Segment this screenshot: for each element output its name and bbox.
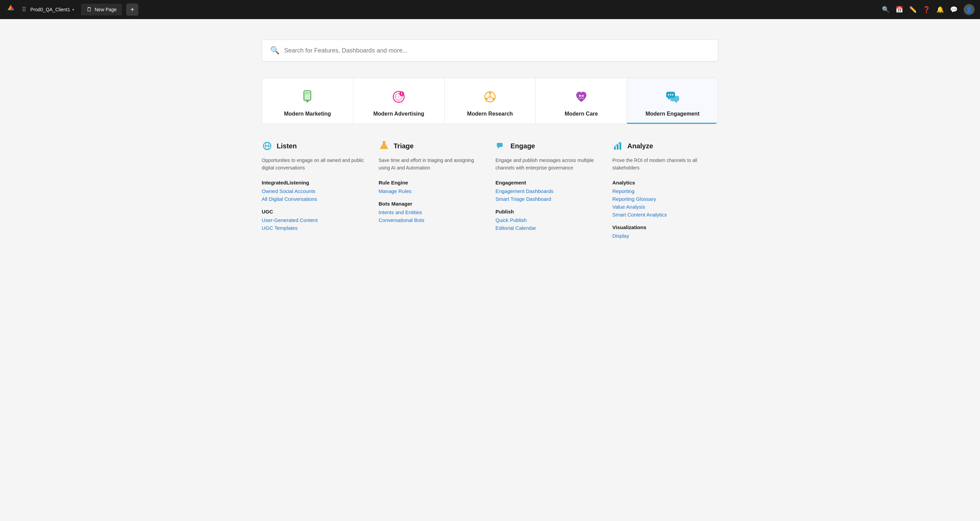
svg-point-18 — [489, 92, 491, 94]
grid-icon[interactable]: ⠿ — [22, 6, 26, 13]
active-tab[interactable]: 🗒 New Page — [81, 4, 123, 15]
svg-point-26 — [582, 95, 584, 97]
engage-sub0-label: Engagement — [495, 180, 601, 185]
tab-engagement-label: Modern Engagement — [645, 111, 699, 117]
engage-link-0[interactable]: Engagement Dashboards — [495, 188, 601, 194]
tab-modern-care[interactable]: Modern Care — [536, 78, 627, 124]
analyze-sub0-label: Analytics — [612, 180, 718, 185]
triage-icon — [379, 140, 390, 151]
listen-link-2[interactable]: User-Generated Content — [262, 217, 368, 223]
section-analyze: Analyze Prove the ROI of modern channels… — [612, 140, 718, 241]
section-listen-header: Listen — [262, 140, 368, 151]
analyze-icon — [612, 140, 623, 151]
svg-rect-40 — [497, 143, 503, 147]
triage-title: Triage — [394, 142, 414, 150]
add-tab-button[interactable]: + — [126, 3, 138, 16]
topnav-right-icons: 🔍 📅 ✏️ ❓ 🔔 💬 👤 — [882, 4, 975, 15]
calendar-icon[interactable]: 📅 — [896, 6, 903, 13]
listen-sub0-label: IntegratedListening — [262, 180, 368, 185]
svg-rect-9 — [305, 94, 309, 94]
engage-link-3[interactable]: Editorial Calendar — [495, 225, 601, 231]
svg-point-37 — [266, 145, 268, 147]
section-engage-header: Engage — [495, 140, 601, 151]
tab-modern-research[interactable]: Modern Research — [445, 78, 536, 124]
listen-link-0[interactable]: Owned Social Accounts — [262, 188, 368, 194]
analyze-subsection-1: Visualizations Display — [612, 225, 718, 239]
help-icon[interactable]: ❓ — [923, 6, 930, 13]
engage-link-2[interactable]: Quick Publish — [495, 217, 601, 223]
svg-point-25 — [579, 95, 581, 97]
svg-rect-44 — [619, 143, 621, 150]
tab-modern-marketing[interactable]: Modern Marketing — [262, 78, 353, 124]
triage-link-1[interactable]: Intents and Entities — [379, 209, 485, 215]
svg-point-20 — [485, 98, 488, 100]
svg-point-24 — [488, 96, 492, 98]
analyze-link-1[interactable]: Reporting Glossary — [612, 196, 718, 202]
triage-sub0-label: Rule Engine — [379, 180, 485, 185]
tab-modern-engagement[interactable]: Modern Engagement — [627, 78, 718, 124]
analyze-link-0[interactable]: Reporting — [612, 188, 718, 194]
analyze-link-3[interactable]: Smart Content Analytics — [612, 212, 718, 218]
listen-title: Listen — [277, 142, 297, 150]
section-engage: Engage Engage and publish messages acros… — [495, 140, 601, 241]
svg-rect-7 — [306, 100, 309, 100]
triage-subsection-1: Bots Manager Intents and Entities Conver… — [379, 201, 485, 223]
triage-link-2[interactable]: Conversational Bots — [379, 217, 485, 223]
bell-icon[interactable]: 🔔 — [936, 6, 944, 13]
svg-rect-43 — [617, 145, 619, 150]
svg-rect-42 — [614, 147, 616, 150]
triage-sub1-label: Bots Manager — [379, 201, 485, 207]
search-icon[interactable]: 🔍 — [882, 6, 889, 13]
analyze-sub1-label: Visualizations — [612, 225, 718, 230]
tab-marketing-label: Modern Marketing — [284, 111, 331, 117]
client-selector[interactable]: Prod0_QA_Client1 ▾ — [30, 7, 74, 12]
analyze-link-2[interactable]: Value Analysis — [612, 204, 718, 210]
user-avatar[interactable]: 👤 — [964, 4, 975, 15]
module-tabs: Modern Marketing Modern Advertising — [262, 78, 718, 124]
triage-subsection-0: Rule Engine Manage Rules — [379, 180, 485, 194]
listen-desc: Opportunities to engage on all owned and… — [262, 157, 368, 172]
engage-icon — [495, 140, 506, 151]
advertising-icon — [390, 88, 408, 106]
svg-rect-8 — [305, 92, 310, 93]
section-triage-header: Triage — [379, 140, 485, 151]
svg-point-31 — [668, 94, 669, 96]
chat-icon[interactable]: 💬 — [950, 6, 958, 13]
analyze-title: Analyze — [627, 142, 653, 150]
tab-research-label: Modern Research — [467, 111, 513, 117]
tab-advertising-label: Modern Advertising — [373, 111, 424, 117]
tab-label: New Page — [95, 7, 117, 12]
section-analyze-header: Analyze — [612, 140, 718, 151]
client-name: Prod0_QA_Client1 — [30, 7, 70, 12]
triage-desc: Save time and effort in triaging and ass… — [379, 157, 485, 172]
tab-modern-advertising[interactable]: Modern Advertising — [353, 78, 445, 124]
engage-link-1[interactable]: Smart Triage Dashboard — [495, 196, 601, 202]
search-input[interactable] — [284, 47, 710, 54]
main-content: 🔍 Modern Marketing — [234, 19, 746, 254]
chevron-down-icon: ▾ — [72, 8, 74, 12]
analyze-link-4[interactable]: Display — [612, 233, 718, 239]
listen-sub1-label: UGC — [262, 209, 368, 215]
analyze-desc: Prove the ROI of modern channels to all … — [612, 157, 718, 172]
research-icon — [481, 88, 499, 106]
svg-point-33 — [672, 94, 673, 96]
app-logo[interactable] — [5, 4, 16, 15]
listen-link-3[interactable]: UGC Templates — [262, 225, 368, 231]
triage-link-0[interactable]: Manage Rules — [379, 188, 485, 194]
section-triage: Triage Save time and effort in triaging … — [379, 140, 485, 241]
svg-marker-41 — [498, 147, 500, 149]
search-bar: 🔍 — [262, 40, 718, 61]
svg-rect-5 — [304, 91, 311, 100]
tab-care-label: Modern Care — [565, 111, 598, 117]
svg-point-32 — [670, 94, 671, 96]
edit-icon[interactable]: ✏️ — [909, 6, 916, 13]
listen-link-1[interactable]: All Digital Conversations — [262, 196, 368, 202]
engage-subsection-1: Publish Quick Publish Editorial Calendar — [495, 209, 601, 231]
care-icon — [572, 88, 590, 106]
engagement-icon — [663, 88, 682, 106]
sections-grid: Listen Opportunities to engage on all ow… — [262, 140, 718, 241]
engage-title: Engage — [511, 142, 535, 150]
svg-point-19 — [492, 98, 495, 100]
listen-subsection-0: IntegratedListening Owned Social Account… — [262, 180, 368, 202]
svg-rect-29 — [670, 96, 679, 101]
